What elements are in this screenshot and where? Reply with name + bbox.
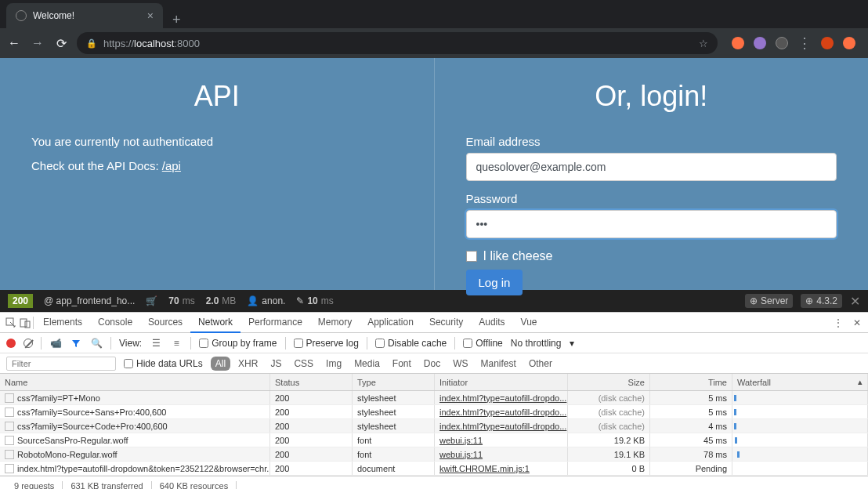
filter-pill-js[interactable]: JS [266,357,286,371]
close-tab-icon[interactable]: × [147,9,154,22]
network-row[interactable]: css?family=Source+Code+Pro:400,600200sty… [0,419,868,433]
col-type[interactable]: Type [353,374,435,390]
profile-icon[interactable] [843,37,855,49]
throttling-select[interactable]: No throttling ▾ [511,338,574,349]
filter-input[interactable] [6,357,116,371]
col-time[interactable]: Time [650,374,732,390]
record-button[interactable] [6,339,16,348]
route-name[interactable]: @ app_frontend_ho... [44,295,135,306]
network-row[interactable]: index.html?type=autofill-dropdown&token=… [0,462,868,476]
initiator-link[interactable]: index.html?type=autofill-dropdo... [439,408,566,417]
initiator-link[interactable]: index.html?type=autofill-dropdo... [439,393,566,403]
url-input[interactable]: 🔒 https://localhost:8000 ☆ [77,32,718,54]
network-row[interactable]: SourceSansPro-Regular.woff200fontwebui.j… [0,433,868,447]
filter-pill-media[interactable]: Media [349,357,385,371]
network-row[interactable]: css?family=Source+Sans+Pro:400,600200sty… [0,405,868,419]
symfony-icon: ⊕ [750,295,758,306]
forward-button[interactable]: → [30,36,45,50]
svg-rect-1 [20,319,27,327]
offline-checkbox[interactable]: Offline [463,338,502,349]
extension-icon[interactable] [732,37,744,49]
disable-cache-checkbox[interactable]: Disable cache [375,338,447,349]
col-status[interactable]: Status [270,374,353,390]
devtools-tab-audits[interactable]: Audits [471,313,512,333]
user-info[interactable]: 👤 anon. [247,295,285,306]
time-metric[interactable]: 70 ms [168,295,194,306]
email-field[interactable] [466,153,837,181]
extension-icon[interactable] [754,37,766,49]
avatar-icon[interactable] [821,37,834,49]
url-scheme: https:// [103,38,134,49]
devtools-tab-security[interactable]: Security [421,313,471,333]
server-badge[interactable]: ⊕ Server [745,294,793,308]
devtools-tab-console[interactable]: Console [90,313,140,333]
more-icon[interactable]: ⋮ [832,317,844,329]
address-bar: ← → ⟳ 🔒 https://localhost:8000 ☆ ⋮ [0,28,868,58]
devtools-tab-network[interactable]: Network [190,313,241,333]
cart-icon[interactable]: 🛒 [146,295,157,306]
search-icon[interactable]: 🔍 [90,337,103,350]
inspect-icon[interactable] [5,317,17,329]
devtools-tab-sources[interactable]: Sources [140,313,190,333]
devtools-tab-application[interactable]: Application [360,313,421,333]
filter-pill-css[interactable]: CSS [289,357,318,371]
filter-pill-img[interactable]: Img [321,357,346,371]
col-initiator[interactable]: Initiator [435,374,568,390]
devtools-tab-memory[interactable]: Memory [310,313,360,333]
preserve-log-checkbox[interactable]: Preserve log [294,338,359,349]
device-icon[interactable] [19,317,31,329]
filter-icon[interactable] [70,337,82,350]
initiator-link[interactable]: webui.js:11 [439,450,483,459]
menu-icon[interactable]: ⋮ [797,34,812,52]
password-field[interactable] [466,210,837,238]
filter-pill-ws[interactable]: WS [448,357,472,371]
memory-metric[interactable]: 2.0 MB [206,295,237,306]
initiator-link[interactable]: webui.js:11 [439,436,483,445]
filter-pill-manifest[interactable]: Manifest [476,357,521,371]
initiator-link[interactable]: kwift.CHROME.min.js:1 [439,464,530,473]
group-by-frame-checkbox[interactable]: Group by frame [199,338,277,349]
filter-pill-font[interactable]: Font [388,357,416,371]
filter-pill-xhr[interactable]: XHR [233,357,262,371]
hide-data-urls-checkbox[interactable]: Hide data URLs [124,358,203,369]
render-metric[interactable]: ✎ 10 ms [296,295,333,306]
browser-tab[interactable]: Welcome! × [6,3,163,28]
devtools-tab-vue[interactable]: Vue [513,313,545,333]
cheese-label: I like cheese [483,249,553,263]
tab-favicon [16,10,27,21]
camera-icon[interactable]: 📹 [49,337,62,350]
col-name[interactable]: Name [0,374,270,390]
col-size[interactable]: Size [568,374,650,390]
close-devtools-icon[interactable]: ✕ [851,317,863,329]
star-icon[interactable]: ☆ [699,38,708,49]
initiator-link[interactable]: index.html?type=autofill-dropdo... [439,422,566,431]
api-docs-link[interactable]: /api [162,159,181,172]
cheese-checkbox-row[interactable]: I like cheese [466,249,837,263]
login-button[interactable]: Log in [466,270,523,295]
requests-count: 9 requests [6,481,63,490]
table-header: Name Status Type Initiator Size Time Wat… [0,374,868,391]
version-badge[interactable]: ⊕ 4.3.2 [801,294,842,308]
network-row[interactable]: RobotoMono-Regular.woff200fontwebui.js:1… [0,447,868,462]
waterfall-view-icon[interactable]: ≡ [170,337,183,350]
extension-icon[interactable] [776,37,788,49]
devtools-tab-performance[interactable]: Performance [241,313,310,333]
large-rows-icon[interactable]: ☰ [150,337,162,350]
back-button[interactable]: ← [6,36,22,50]
new-tab-button[interactable]: + [163,12,190,28]
email-label: Email address [466,135,837,148]
network-row[interactable]: css?family=PT+Mono200stylesheetindex.htm… [0,391,868,405]
filter-pill-all[interactable]: All [211,357,230,371]
reload-button[interactable]: ⟳ [53,36,69,51]
close-toolbar-icon[interactable]: ✕ [850,294,860,309]
devtools-tabs: ElementsConsoleSourcesNetworkPerformance… [0,313,868,333]
cheese-checkbox[interactable] [466,251,477,262]
clear-button[interactable] [24,339,33,348]
filter-pill-doc[interactable]: Doc [419,357,445,371]
resources-size: 640 KB resources [152,481,237,490]
devtools-tab-elements[interactable]: Elements [35,313,90,333]
api-panel: API You are currently not authenticated … [0,58,435,290]
filter-pill-other[interactable]: Other [524,357,557,371]
http-status[interactable]: 200 [8,294,33,308]
col-waterfall[interactable]: Waterfall▴ [732,374,868,390]
